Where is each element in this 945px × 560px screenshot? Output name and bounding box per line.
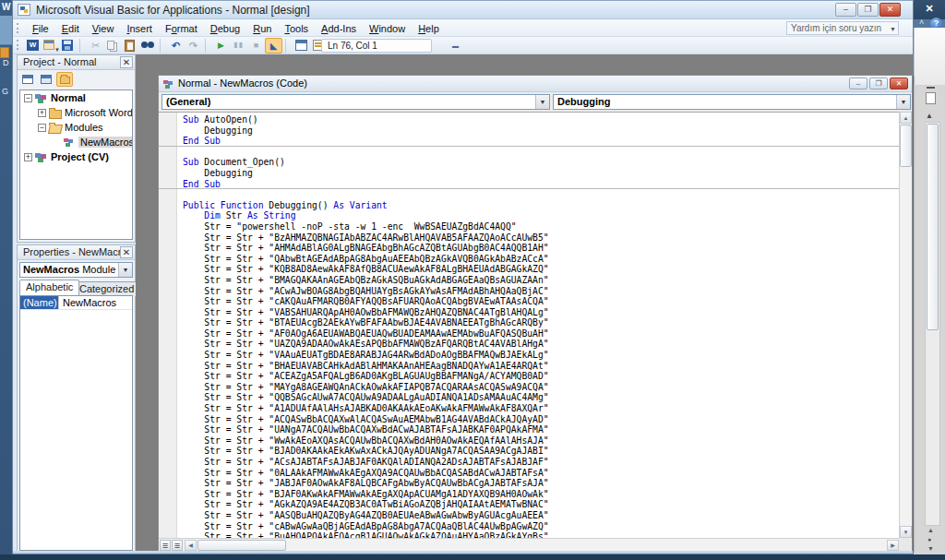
code-editor[interactable]: Sub AutoOpen() DebuggingEnd Sub Sub Docu…: [159, 112, 899, 538]
code-window-maximize-button[interactable]: ❐: [869, 77, 888, 89]
code-line: Str = Str + "A1ADUAfAAlAHsAJABKAD0AKAAkA…: [183, 403, 899, 414]
project-tree[interactable]: −Normal+Microsoft Word Objects−ModulesNe…: [19, 89, 133, 240]
break-button[interactable]: ▮▮: [230, 38, 247, 54]
property-value-cell[interactable]: NewMacros: [59, 296, 132, 309]
code-window-close-button[interactable]: ✕: [890, 77, 908, 89]
menu-add-ins[interactable]: Add-Ins: [315, 21, 363, 36]
save-button[interactable]: [59, 38, 77, 54]
properties-panel-close-button[interactable]: ✕: [120, 246, 133, 258]
title-bar[interactable]: Microsoft Visual Basic for Applications …: [13, 1, 913, 19]
tree-spacer: [52, 138, 60, 147]
word-ribbon-fragment: [914, 28, 945, 85]
scroll-up-icon[interactable]: ▲: [926, 112, 933, 120]
procedure-view-button[interactable]: ☰: [160, 540, 171, 551]
menubar-drag-handle[interactable]: [17, 23, 19, 33]
menu-run[interactable]: Run: [246, 21, 278, 36]
mdi-background: Normal - NewMacros (Code) – ❐ ✕ (General…: [136, 54, 913, 554]
vertical-scrollbar-thumb[interactable]: [900, 125, 912, 167]
scroll-up-icon[interactable]: ▲: [900, 112, 912, 124]
scroll-right-icon[interactable]: ▶: [887, 540, 899, 551]
menu-view[interactable]: View: [86, 21, 121, 36]
horizontal-scrollbar-thumb[interactable]: [197, 540, 286, 551]
module-icon: [162, 79, 175, 89]
tab-alphabetic[interactable]: Alphabetic: [19, 280, 79, 295]
code-window-minimize-button[interactable]: –: [849, 77, 867, 89]
minimize-button[interactable]: –: [835, 3, 856, 17]
property-name-cell[interactable]: (Name): [20, 296, 59, 309]
redo-button[interactable]: ↷: [185, 38, 202, 54]
word-text-fragment-g: G: [2, 87, 8, 96]
tree-item-microsoft-word-objects[interactable]: +Microsoft Word Objects: [20, 105, 132, 120]
word-scrollbar-thumb[interactable]: [927, 124, 939, 330]
full-module-view-button[interactable]: ☰: [172, 540, 183, 551]
previous-page-icon[interactable]: ▲: [927, 527, 934, 533]
insert-userform-button[interactable]: ▼: [42, 38, 59, 54]
minus-box-icon[interactable]: −: [24, 94, 32, 102]
browse-object-icon[interactable]: ●: [927, 536, 931, 542]
properties-panel-header[interactable]: Properties - NewMacros ✕: [18, 245, 135, 260]
horizontal-scrollbar[interactable]: ☰ ☰ ◀ ▶: [159, 538, 899, 551]
copy-button[interactable]: [104, 38, 122, 54]
collapse-ribbon-icon[interactable]: ˄: [919, 18, 924, 27]
menu-file[interactable]: File: [26, 21, 55, 36]
menu-help[interactable]: Help: [412, 21, 446, 36]
maximize-button[interactable]: ❐: [857, 3, 879, 17]
tree-item-normal[interactable]: −Normal: [20, 90, 132, 105]
menu-tools[interactable]: Tools: [278, 21, 315, 36]
menu-insert[interactable]: Insert: [120, 21, 159, 36]
find-button[interactable]: [139, 38, 157, 54]
standard-toolbar: W ▼ ✂ ↶ ↷ ▶ ▮▮ ■ ◣ ✳ ? Ln 76, Col 1 ▬▼: [13, 37, 913, 54]
tree-item-newmacros[interactable]: NewMacros: [20, 135, 132, 149]
tab-categorized[interactable]: Categorized: [73, 281, 140, 296]
project-explorer-button[interactable]: [293, 38, 310, 54]
vertical-scrollbar[interactable]: ▲ ▼: [899, 112, 912, 538]
close-button[interactable]: ✕: [879, 3, 901, 17]
run-button[interactable]: ▶: [212, 38, 230, 54]
paste-button[interactable]: [122, 38, 139, 54]
tree-item-modules[interactable]: −Modules: [20, 120, 132, 135]
help-search-box[interactable]: Yardım için soru yazın ▼: [786, 21, 899, 35]
split-view-icon[interactable]: [926, 92, 936, 104]
view-code-button[interactable]: [19, 72, 36, 87]
word-vertical-scrollbar[interactable]: [925, 122, 940, 526]
next-page-icon[interactable]: ▼: [927, 545, 934, 552]
project-panel-header[interactable]: Project - Normal ✕: [18, 55, 135, 70]
procedure-dropdown[interactable]: Debugging ▼: [553, 94, 911, 110]
tree-item-project-cv[interactable]: +Project (CV): [20, 149, 132, 164]
view-code-icon: [22, 75, 33, 84]
toggle-folders-button[interactable]: [56, 72, 73, 87]
code-line: Str = Str + "ACEAZgA5AFQALgB6AD0AKgBLAGU…: [183, 371, 899, 382]
menu-window[interactable]: Window: [363, 21, 412, 36]
ruler-toggle-icon[interactable]: [927, 87, 935, 89]
code-line: Str = Str + "ACsAJABTAFsAJABJAF0AKQAlADI…: [183, 457, 899, 468]
view-object-button[interactable]: [38, 72, 54, 87]
word-close-button[interactable]: ✕: [921, 2, 938, 16]
design-mode-button[interactable]: ◣: [265, 38, 282, 54]
scroll-down-icon[interactable]: ▼: [900, 526, 912, 538]
property-row[interactable]: (Name)NewMacros: [20, 296, 132, 310]
plus-box-icon[interactable]: +: [24, 153, 32, 161]
menu-format[interactable]: Format: [159, 21, 204, 36]
undo-button[interactable]: ↶: [167, 38, 185, 54]
object-dropdown[interactable]: (General) ▼: [161, 94, 550, 110]
plus-box-icon[interactable]: +: [38, 109, 46, 117]
cut-button[interactable]: ✂: [87, 38, 104, 54]
toolbar-drag-handle[interactable]: [17, 40, 19, 50]
code-window-titlebar[interactable]: Normal - NewMacros (Code) – ❐ ✕: [159, 76, 912, 92]
reset-button[interactable]: ■: [247, 38, 265, 54]
tree-item-label: NewMacros: [78, 137, 133, 148]
code-line: Str = Str + "BTAEUAcgB2AEkAYwBFAFAAbwBJA…: [183, 317, 899, 328]
menu-edit[interactable]: Edit: [55, 21, 86, 36]
toolbar-options-button[interactable]: ▬▼: [450, 39, 461, 53]
vba-window-bottom-frame: [13, 551, 913, 554]
chevron-down-icon[interactable]: ▼: [118, 263, 132, 277]
object-combo[interactable]: NewMacros Module ▼: [19, 262, 133, 278]
menu-debug[interactable]: Debug: [204, 21, 246, 36]
scroll-left-icon[interactable]: ◀: [185, 540, 197, 551]
project-panel-toolbar: [18, 70, 135, 89]
properties-grid[interactable]: (Name)NewMacros: [19, 295, 133, 551]
project-panel-close-button[interactable]: ✕: [120, 56, 133, 68]
minus-box-icon[interactable]: −: [38, 124, 46, 132]
code-line: Str = Str + "VAAuAEUATgBDAE8ARABJAG4ARwB…: [183, 350, 899, 361]
view-word-button[interactable]: W: [24, 38, 42, 54]
